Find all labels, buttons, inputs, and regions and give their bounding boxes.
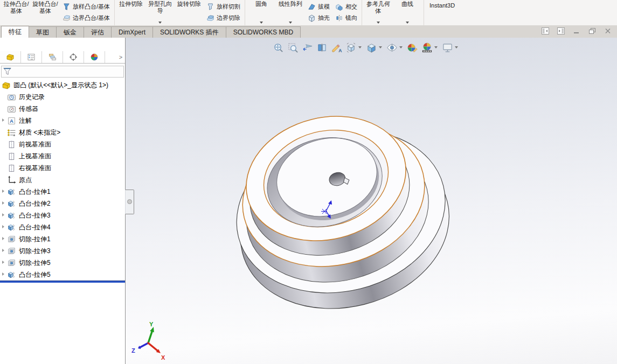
linear-pattern-dropdown-icon[interactable] [289, 22, 292, 24]
curves-dropdown-icon[interactable] [406, 22, 409, 24]
solidworks-window: 拉伸凸台/基体旋转凸台/基体放样凸台/基体边界凸台/基体拉伸切除异型孔向导旋转切… [0, 0, 617, 364]
view-orientation-button[interactable] [344, 41, 358, 54]
tree-item[interactable]: 凸台-拉伸1 [0, 186, 125, 198]
extruded-boss-base-button[interactable]: 拉伸凸台/基体 [2, 0, 31, 25]
view-settings-button[interactable] [440, 41, 455, 54]
annotation-view-button[interactable]: A [329, 41, 344, 54]
section-view-button[interactable] [315, 41, 329, 54]
boundary-boss-base-button[interactable]: 边界凸台/基体 [60, 12, 113, 24]
view-orientation-dropdown-icon[interactable] [358, 46, 362, 48]
extruded-cut-button[interactable]: 拉伸切除 [116, 0, 145, 25]
tree-item[interactable]: 切除-拉伸3 [0, 245, 125, 257]
close-button[interactable] [604, 27, 612, 34]
model-3d[interactable]: Y Z X [126, 38, 617, 364]
tree-item-label: 切除-拉伸3 [19, 247, 51, 256]
tree-item-label: 凸台-拉伸5 [19, 270, 51, 279]
tree-item[interactable]: 凸台-拉伸4 [0, 221, 125, 233]
tab-features[interactable]: 特征 [1, 26, 29, 38]
hide-show-items-button[interactable] [385, 41, 399, 54]
expand-arrow-icon[interactable] [0, 245, 7, 257]
fillet-button[interactable]: 圆角 [247, 0, 276, 25]
panel-splitter-handle[interactable] [125, 190, 134, 214]
expand-arrow-icon[interactable] [0, 233, 7, 245]
fillet-label: 圆角 [247, 1, 276, 8]
extruded-cut-label: 拉伸切除 [116, 1, 145, 8]
tab-solidworks-addins[interactable]: SOLIDWORKS 插件 [152, 26, 226, 38]
tab-sheet-metal[interactable]: 钣金 [56, 26, 84, 38]
graphics-viewport[interactable]: A [126, 38, 617, 364]
hole-wizard-dropdown-icon[interactable] [158, 22, 162, 24]
expand-arrow-icon[interactable] [0, 186, 7, 198]
tab-solidworks-mbd[interactable]: SOLIDWORKS MBD [226, 26, 301, 38]
view-settings-dropdown-icon[interactable] [455, 46, 458, 48]
display-style-button[interactable] [364, 41, 379, 54]
rollback-bar[interactable] [0, 281, 125, 283]
dimxpertmanager-tab[interactable] [63, 51, 84, 63]
display-style-dropdown-icon[interactable] [379, 46, 382, 48]
triad-y-label: Y [149, 321, 154, 327]
edit-appearance-button[interactable] [405, 41, 420, 54]
revolved-cut-button[interactable]: 旋转切除 [175, 0, 204, 25]
boundary-cut-button[interactable]: 边界切除 [204, 12, 243, 24]
revolved-boss-base-button[interactable]: 旋转凸台/基体 [31, 0, 60, 25]
tree-item[interactable]: 历史记录 [0, 91, 125, 103]
ribbon-stack: 放样凸台/基体边界凸台/基体 [60, 0, 113, 24]
reference-geometry-dropdown-icon[interactable] [377, 22, 380, 24]
tree-filter[interactable] [1, 66, 124, 78]
zoom-to-fit-button[interactable] [271, 41, 286, 54]
pane-left-button[interactable] [542, 27, 549, 34]
shell-button[interactable]: 抽壳 [305, 12, 332, 24]
tab-dimxpert[interactable]: DimXpert [111, 26, 153, 38]
expand-arrow-icon[interactable] [0, 115, 7, 127]
apply-scene-button[interactable] [420, 41, 434, 54]
displaymanager-tab[interactable] [84, 51, 105, 63]
apply-scene-dropdown-icon[interactable] [434, 46, 438, 48]
tree-item[interactable]: A注解 [0, 115, 125, 127]
hole-wizard-button[interactable]: 异型孔向导 [145, 0, 175, 25]
previous-view-button[interactable] [300, 41, 315, 54]
mirror-button[interactable]: 镜向 [332, 12, 360, 24]
tree-item[interactable]: 凸台-拉伸5 [0, 269, 125, 281]
pane-right-button[interactable] [557, 27, 565, 34]
tree-item[interactable]: 凸台-拉伸2 [0, 198, 125, 209]
corner-reference-triad: Y Z X [131, 321, 165, 361]
tree-item[interactable]: 右视基准面 [0, 162, 125, 174]
draft-button[interactable]: 拔模 [305, 1, 332, 12]
draft-icon [308, 3, 316, 11]
minimize-button[interactable] [573, 27, 580, 34]
tree-item[interactable]: 传感器 [0, 103, 125, 115]
tree-item[interactable]: 原点 [0, 174, 125, 186]
tab-sketch[interactable]: 草图 [29, 26, 57, 38]
lofted-boss-base-button[interactable]: 放样凸台/基体 [60, 1, 113, 12]
lofted-cut-button[interactable]: 放样切割 [204, 1, 243, 12]
fillet-dropdown-icon[interactable] [260, 22, 263, 24]
curves-button[interactable]: 曲线 [393, 0, 422, 25]
tree-item[interactable]: 切除-拉伸1 [0, 233, 125, 245]
expand-arrow-icon[interactable] [0, 257, 7, 269]
tree-item[interactable]: 材质 <未指定> [0, 127, 125, 138]
featuremanager-tab[interactable] [0, 51, 21, 63]
propertymanager-tab[interactable] [21, 51, 42, 63]
hide-show-items-dropdown-icon[interactable] [399, 46, 403, 48]
tree-item[interactable]: 前视基准面 [0, 138, 125, 150]
tree-root-item[interactable]: 圆凸 (默认<<默认>_显示状态 1>) [0, 79, 125, 91]
expand-arrow-icon[interactable] [0, 221, 7, 233]
history-icon [7, 93, 16, 102]
expand-arrow-slot [0, 103, 7, 115]
manager-flyout-expand[interactable]: > [116, 51, 125, 63]
tree-item[interactable]: 凸台-拉伸3 [0, 209, 125, 221]
expand-arrow-icon[interactable] [0, 209, 7, 221]
linear-pattern-button[interactable]: 线性阵列 [276, 0, 305, 25]
intersect-button[interactable]: 相交 [332, 1, 360, 12]
tab-evaluate[interactable]: 评估 [84, 26, 112, 38]
lofted-cut-label: 放样切割 [217, 3, 240, 11]
reference-geometry-button[interactable]: 参考几何体 [364, 0, 393, 25]
tree-item[interactable]: 上视基准面 [0, 150, 125, 162]
restore-button[interactable] [588, 27, 596, 34]
instant3d-toggle[interactable]: Instant3D [424, 0, 460, 25]
tree-item[interactable]: 切除-拉伸5 [0, 257, 125, 269]
zoom-to-area-button[interactable] [286, 41, 300, 54]
expand-arrow-icon[interactable] [0, 198, 7, 209]
configurationmanager-tab[interactable] [42, 51, 63, 63]
expand-arrow-icon[interactable] [0, 269, 7, 281]
